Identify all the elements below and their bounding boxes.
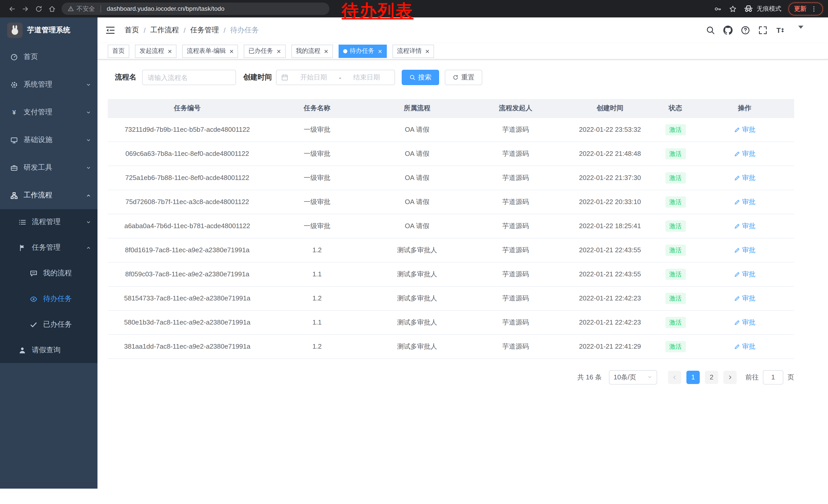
omnibox-divider [100, 5, 101, 12]
prev-page-button[interactable] [668, 370, 681, 384]
goto-page-input[interactable] [763, 370, 783, 384]
next-page-button[interactable] [723, 370, 737, 384]
approve-button[interactable]: 审批 [734, 125, 755, 134]
tab-done-task[interactable]: 已办任务× [244, 44, 286, 58]
sidebar-item-label: 基础设施 [24, 135, 52, 145]
sidebar-item-workflow[interactable]: 工作流程 [0, 182, 97, 209]
sidebar-item-home[interactable]: 首页 [0, 43, 97, 71]
breadcrumb-separator: / [184, 26, 186, 34]
pencil-icon [734, 223, 740, 229]
approve-button[interactable]: 审批 [734, 293, 755, 303]
process-cell: OA 请假 [367, 118, 467, 141]
sidebar-item-todo-task[interactable]: 待办任务 [0, 286, 97, 312]
sidebar-item-devtools[interactable]: 研发工具 [0, 154, 97, 182]
table-row: 725a1eb6-7b88-11ec-8ef0-acde48001122一级审批… [108, 166, 794, 190]
approve-button[interactable]: 审批 [734, 245, 755, 255]
star-icon[interactable] [729, 5, 737, 12]
app-logo-row: 芋道管理系统 [0, 17, 97, 43]
todo-task-table: 任务编号任务名称所属流程流程发起人创建时间状态操作 73211d9d-7b9b-… [108, 99, 794, 359]
more-dots-icon[interactable] [811, 5, 817, 12]
breadcrumb-item[interactable]: 任务管理 [190, 26, 219, 35]
task-id-cell: 8f059c03-7ac8-11ec-a9e2-a2380e71991a [108, 262, 267, 286]
task-id-cell: 73211d9d-7b9b-11ec-b5b7-acde48001122 [108, 118, 267, 141]
svg-text:¥: ¥ [12, 109, 16, 116]
font-size-icon[interactable]: T [776, 26, 785, 35]
sidebar-item-label: 系统管理 [24, 80, 52, 89]
help-icon[interactable] [741, 26, 750, 35]
process-name-input[interactable] [142, 70, 236, 85]
fullscreen-icon[interactable] [758, 26, 768, 35]
sidebar-item-payment[interactable]: ¥支付管理 [0, 98, 97, 126]
approve-label: 审批 [742, 221, 755, 230]
github-icon[interactable] [723, 26, 733, 35]
breadcrumb-item[interactable]: 首页 [125, 26, 139, 35]
tab-home[interactable]: 首页 [108, 44, 129, 58]
create-time-cell: 2022-01-22 18:25:41 [564, 214, 656, 238]
sidebar-item-process-management[interactable]: 流程管理 [0, 209, 97, 235]
date-range-picker[interactable]: 开始日期 - 结束日期 [276, 70, 395, 85]
page-size-select[interactable]: 10条/页 [609, 370, 657, 384]
task-name-cell: 1.1 [267, 262, 367, 286]
key-icon[interactable] [714, 5, 722, 12]
column-header: 任务名称 [267, 99, 367, 118]
tab-label: 待办任务 [350, 47, 374, 55]
table-header-row: 任务编号任务名称所属流程流程发起人创建时间状态操作 [108, 99, 794, 118]
breadcrumb-item[interactable]: 工作流程 [150, 26, 179, 35]
close-icon[interactable]: × [277, 47, 281, 55]
tab-process-detail[interactable]: 流程详情× [392, 44, 434, 58]
home-icon[interactable] [45, 2, 58, 15]
create-time-label: 创建时间 [243, 73, 272, 82]
status-badge: 激活 [665, 341, 686, 352]
close-icon[interactable]: × [229, 47, 234, 55]
table-row: 381aa1dd-7ac8-11ec-a9e2-a2380e71991a1.2测… [108, 334, 794, 358]
reset-button-label: 重置 [461, 73, 474, 82]
tab-todo-task[interactable]: 待办任务× [339, 44, 387, 58]
sidebar-item-my-process[interactable]: 我的流程 [0, 261, 97, 286]
tab-form-edit[interactable]: 流程表单-编辑× [182, 44, 238, 58]
approve-button[interactable]: 审批 [734, 149, 755, 158]
page-button[interactable]: 2 [705, 370, 718, 384]
close-icon[interactable]: × [425, 47, 429, 55]
approve-button[interactable]: 审批 [734, 197, 755, 207]
close-icon[interactable]: × [324, 47, 328, 55]
status-cell: 激活 [656, 214, 695, 238]
sidebar-item-done-task[interactable]: 已办任务 [0, 312, 97, 337]
approve-button[interactable]: 审批 [734, 342, 755, 351]
app-logo [7, 22, 23, 38]
update-chip[interactable]: 更新 [788, 2, 823, 15]
search-button[interactable]: 搜索 [402, 70, 439, 85]
reload-icon[interactable] [32, 2, 45, 15]
approve-button[interactable]: 审批 [734, 318, 755, 327]
close-icon[interactable]: × [378, 47, 382, 55]
status-cell: 激活 [656, 262, 695, 286]
table-row: 8f0d1619-7ac8-11ec-a9e2-a2380e71991a1.2测… [108, 238, 794, 262]
goto-page: 前往 页 [745, 370, 794, 384]
sidebar-item-label: 已办任务 [43, 320, 72, 329]
close-icon[interactable]: × [168, 47, 172, 55]
pencil-icon [734, 199, 740, 205]
approve-button[interactable]: 审批 [734, 221, 755, 230]
task-name-cell: 一级审批 [267, 214, 367, 238]
tab-my-process[interactable]: 我的流程× [291, 44, 333, 58]
approve-button[interactable]: 审批 [734, 173, 755, 182]
search-icon[interactable] [706, 26, 715, 35]
table-row: 8f059c03-7ac8-11ec-a9e2-a2380e71991a1.1测… [108, 262, 794, 286]
forward-icon[interactable] [18, 2, 32, 15]
tab-start-process[interactable]: 发起流程× [135, 44, 176, 58]
back-icon[interactable] [5, 2, 18, 15]
sidebar-item-leave-query[interactable]: 请假查询 [0, 337, 97, 363]
sidebar-item-task-management[interactable]: 任务管理 [0, 235, 97, 261]
chevron-down-icon [86, 82, 91, 87]
approve-button[interactable]: 审批 [734, 269, 755, 279]
initiator-cell: 芋道源码 [467, 334, 564, 358]
chevron-up-icon [86, 192, 91, 198]
address-bar[interactable]: 不安全 dashboard.yudao.iocoder.cn/bpm/task/… [61, 3, 329, 15]
sidebar-item-system[interactable]: 系统管理 [0, 71, 97, 98]
sidebar-item-infrastructure[interactable]: 基础设施 [0, 126, 97, 154]
page-button[interactable]: 1 [687, 370, 700, 384]
task-id-cell: 75d72608-7b7f-11ec-a3c8-acde48001122 [108, 190, 267, 214]
sidebar-menu: 首页系统管理¥支付管理基础设施研发工具工作流程流程管理任务管理我的流程待办任务已… [0, 43, 97, 363]
reset-button[interactable]: 重置 [445, 70, 482, 85]
hamburger-icon[interactable] [105, 25, 115, 35]
initiator-cell: 芋道源码 [467, 238, 564, 262]
